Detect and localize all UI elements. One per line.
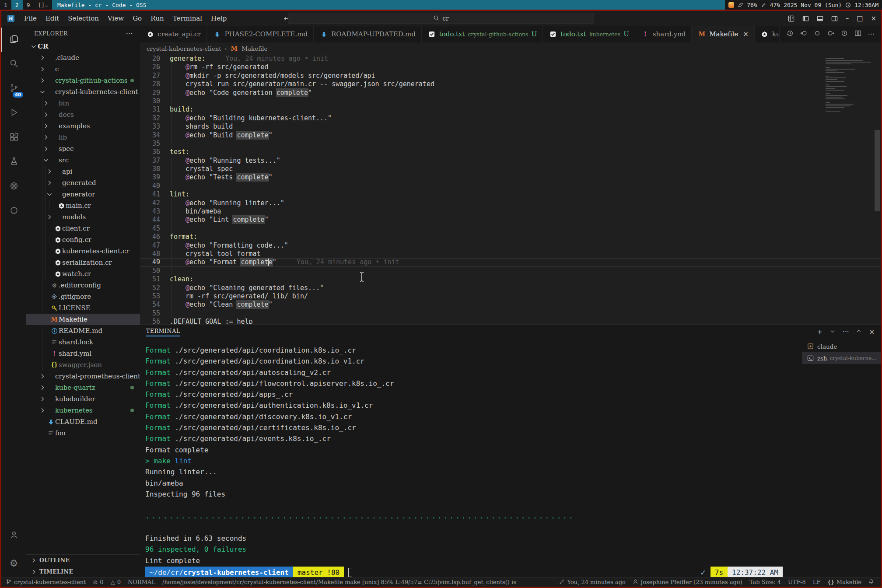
search-activity-icon[interactable]	[1, 52, 26, 77]
editor-tab[interactable]: todo.txt kubernetes U	[543, 26, 635, 42]
editor-line[interactable]: 38 crystal spec	[140, 165, 881, 173]
status-item[interactable]: {} Makefile	[827, 579, 861, 585]
tree-item[interactable]: crystal-github-actions	[26, 75, 140, 86]
accounts-icon[interactable]	[1, 524, 26, 548]
tree-item[interactable]: generated	[26, 177, 140, 189]
editor-line[interactable]: 37 @echo "Running tests..."	[140, 157, 881, 165]
open-changes-prev-icon[interactable]	[800, 30, 807, 38]
editor-line[interactable]: 34 @echo "Build complete"	[140, 131, 881, 140]
toggle-sidebar-icon[interactable]	[802, 15, 809, 22]
tree-item[interactable]: main.cr	[26, 200, 140, 211]
menu-item[interactable]: Edit	[41, 14, 63, 22]
new-terminal-icon[interactable]: +	[817, 328, 823, 336]
open-changes-icon[interactable]	[814, 30, 821, 38]
menu-item[interactable]: Help	[206, 14, 231, 22]
tree-item[interactable]: watch.cr	[26, 268, 140, 280]
tree-root-folder[interactable]: CR	[26, 41, 140, 52]
status-item[interactable]	[868, 579, 876, 586]
explorer-activity-icon[interactable]	[1, 28, 26, 52]
tree-item[interactable]: bin	[26, 98, 140, 109]
menu-item[interactable]: File	[20, 14, 41, 22]
terminal-session[interactable]: zsh crystal-kuberne...	[802, 352, 881, 364]
maximize-panel-icon[interactable]	[856, 328, 862, 336]
extension-circle-activity-icon[interactable]	[1, 199, 26, 224]
tree-item[interactable]: lib	[26, 132, 140, 143]
open-changes-next-icon[interactable]	[827, 30, 834, 38]
wm-workspace-tag[interactable]: 9	[23, 0, 34, 10]
editor-line[interactable]: 36 test:	[140, 148, 881, 156]
tree-item[interactable]: models	[26, 211, 140, 223]
editor-line[interactable]: 26 @rm -rf src/generated	[140, 63, 881, 71]
editor-line[interactable]: 47 @echo "Formatting code..."	[140, 242, 881, 250]
editor-tab[interactable]: ! shard.yml	[635, 26, 692, 42]
wm-workspace-tag[interactable]: []=	[34, 0, 52, 10]
menu-item[interactable]: Go	[128, 14, 146, 22]
editor-tab[interactable]: todo.txt crystal-github-actions U	[422, 26, 543, 42]
editor-line[interactable]: 50	[140, 267, 881, 275]
tree-item[interactable]: .claude	[26, 52, 140, 63]
tree-item[interactable]: serialization.cr	[26, 257, 140, 268]
close-window-button[interactable]: ×	[871, 14, 876, 22]
tree-item[interactable]: {} swagger.json	[26, 359, 140, 371]
editor-line[interactable]: 29 @echo "Code generation complete"	[140, 89, 881, 97]
wm-workspace-tag[interactable]: 1	[0, 0, 11, 10]
tree-item[interactable]: client.cr	[26, 223, 140, 234]
editor-line[interactable]: 52 @echo "Cleaning generated files..."	[140, 284, 881, 292]
wm-workspace-tag[interactable]: 2	[11, 0, 23, 10]
maximize-button[interactable]: □	[857, 14, 863, 22]
status-item[interactable]: /home/josie/development/cr/crystal-kuber…	[162, 579, 516, 585]
status-item[interactable]: crystal-kubernetes-client	[6, 578, 86, 586]
status-item[interactable]: △ 0	[111, 579, 121, 585]
editor-line[interactable]: 31 build:	[140, 105, 881, 114]
explorer-more-button[interactable]: ···	[126, 30, 133, 37]
status-item[interactable]: Josephine Pfeiffer (23 minutes ago)	[633, 579, 742, 586]
editor-line[interactable]: 27 @mkdir -p src/generated/models src/ge…	[140, 72, 881, 80]
run-task-icon[interactable]	[841, 30, 848, 38]
tree-item[interactable]: crystal-prometheus-client	[26, 371, 140, 382]
editor-tab[interactable]: M Makefile ×	[692, 26, 755, 42]
toggle-panel-icon[interactable]	[817, 15, 823, 22]
local-history-icon[interactable]	[787, 30, 794, 38]
editor-line[interactable]: 45	[140, 224, 881, 233]
menu-item[interactable]: Terminal	[168, 14, 206, 22]
code-editor[interactable]: 20 generate: You, 24 minutes ago • init …	[140, 55, 881, 324]
status-item[interactable]: LF	[813, 579, 821, 585]
settings-gear-icon[interactable]: ⚙	[1, 551, 26, 575]
editor-line[interactable]: 30	[140, 97, 881, 105]
editor-line[interactable]: 41 lint:	[140, 190, 881, 199]
outline-section[interactable]: OUTLINE	[26, 554, 140, 566]
timeline-section[interactable]: TIMELINE	[26, 566, 140, 577]
tree-item[interactable]: c	[26, 63, 140, 75]
tree-item[interactable]: config.cr	[26, 234, 140, 245]
minimize-button[interactable]: –	[846, 14, 849, 22]
tree-item[interactable]: LICENSE	[26, 302, 140, 314]
menu-item[interactable]: View	[103, 14, 128, 22]
editor-line[interactable]: 44 @echo "Lint complete"	[140, 216, 881, 224]
editor-tab[interactable]: create_api.cr	[140, 26, 207, 42]
menu-item[interactable]: Run	[146, 14, 168, 22]
editor-line[interactable]: 55	[140, 309, 881, 318]
tree-item[interactable]: kubernetes	[26, 405, 140, 416]
sticky-scroll-line[interactable]: 20 generate: You, 24 minutes ago • init	[140, 55, 881, 63]
status-item[interactable]: UTF-8	[788, 579, 806, 585]
editor-tab[interactable]: ROADMAP-UPDATED.md	[314, 26, 422, 42]
terminal-session[interactable]: claude	[802, 340, 881, 352]
split-editor-icon[interactable]	[854, 30, 861, 38]
editor-line[interactable]: 48 crystal tool format	[140, 250, 881, 258]
editor-line[interactable]: 42 @echo "Running linter..."	[140, 199, 881, 207]
editor-line[interactable]: 39 @echo "Tests complete"	[140, 173, 881, 182]
testing-activity-icon[interactable]	[1, 150, 26, 175]
editor-tab[interactable]: PHASE2-COMPLETE.md	[207, 26, 314, 42]
terminal-profile-dropdown-icon[interactable]	[830, 328, 836, 336]
extensions-activity-icon[interactable]	[1, 126, 26, 150]
source-control-activity-icon[interactable]: 40	[1, 77, 26, 101]
editor-line[interactable]: 51 clean:	[140, 275, 881, 284]
editor-line[interactable]: 43 bin/ameba	[140, 207, 881, 216]
terminal-output[interactable]: Format ./src/generated/api/coordination.…	[140, 340, 802, 577]
tree-item[interactable]: kubebuilder	[26, 393, 140, 405]
editor-line[interactable]: 28 crystal run src/generator/main.cr -- …	[140, 80, 881, 88]
tree-item[interactable]: ! shard.yml	[26, 348, 140, 359]
close-tab-icon[interactable]: ×	[743, 30, 749, 38]
panel-more-icon[interactable]: ···	[843, 328, 849, 336]
tree-item[interactable]: crystal-kubernetes-client	[26, 86, 140, 98]
